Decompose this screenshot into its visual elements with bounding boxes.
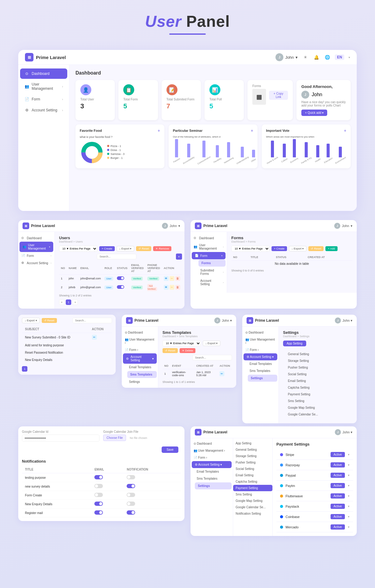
sidebar-item-dashboard[interactable]: ⊙ Dashboard bbox=[20, 68, 67, 79]
sms-email-templates[interactable]: Email Templates bbox=[126, 364, 158, 371]
google-cal-id-input[interactable] bbox=[22, 435, 100, 442]
mercado-active-btn[interactable]: Active bbox=[331, 524, 345, 530]
forms-sidebar-user-mgmt[interactable]: 👥 User Management › bbox=[191, 242, 227, 252]
toggle-off[interactable] bbox=[127, 502, 135, 506]
globe-icon[interactable]: 🌐 bbox=[324, 54, 331, 61]
edit-icon[interactable]: ✏ bbox=[170, 276, 174, 281]
flutterwave-expand-icon[interactable]: ▾ bbox=[348, 494, 349, 498]
app-setting-item[interactable]: App Setting bbox=[233, 440, 272, 446]
users-entries-select[interactable]: 10 ▼ Entries Per Page bbox=[59, 246, 97, 252]
sms-topbar-user[interactable]: J John ▾ bbox=[214, 317, 232, 324]
sms-entries-select[interactable]: 10 ▼ Entries Per Page bbox=[163, 340, 201, 346]
sidebar-item-user-management[interactable]: 👥 User Management › bbox=[20, 79, 67, 93]
push-reset-button[interactable]: ↺ Reset bbox=[42, 318, 57, 323]
save-button[interactable]: Save bbox=[162, 446, 178, 453]
status-toggle[interactable] bbox=[117, 285, 124, 289]
social-setting-item[interactable]: Social Setting bbox=[233, 466, 272, 472]
users-search-input[interactable] bbox=[97, 254, 136, 259]
flutterwave-active-btn[interactable]: Active bbox=[331, 493, 345, 499]
sms-setting-item[interactable]: Sms Setting bbox=[233, 491, 272, 498]
prev-page-btn[interactable]: ‹ bbox=[59, 299, 65, 305]
sidebar-item-form[interactable]: 📄 Form › bbox=[20, 94, 67, 104]
paypal-expand-icon[interactable]: ▾ bbox=[348, 474, 349, 477]
settings-sidebar-account[interactable]: ⚙ Account Setting ▾ bbox=[244, 353, 277, 360]
captcha-setting-item[interactable]: Captcha Setting bbox=[233, 478, 272, 485]
toggle-off[interactable] bbox=[127, 475, 135, 479]
users-remove-button[interactable]: ✕ Remove bbox=[153, 246, 171, 251]
google-map-item[interactable]: Google Map Setting bbox=[233, 498, 272, 504]
forms-create-button[interactable]: + Create bbox=[272, 246, 287, 251]
razorpay-active-btn[interactable]: Active bbox=[331, 462, 345, 467]
forms-entries-select[interactable]: 10 ▼ Entries Per Page bbox=[231, 246, 270, 252]
sms-edit-icon[interactable]: ✏ bbox=[219, 371, 224, 376]
pusher-setting-item[interactable]: Pusher Setting bbox=[233, 459, 272, 466]
settings-sidebar-user-mgmt[interactable]: 👥 User Management › bbox=[242, 336, 279, 346]
forms-sidebar-forms-item[interactable]: Forms bbox=[198, 260, 226, 267]
users-sidebar-dashboard[interactable]: ⊙ Dashboard bbox=[18, 234, 54, 242]
storage-setting-item[interactable]: Storage Setting bbox=[233, 453, 272, 459]
payment-setting[interactable]: Payment Setting bbox=[284, 391, 351, 397]
sms-sidebar-account[interactable]: ⚙ Account Setting ▾ bbox=[123, 353, 157, 364]
general-setting-item[interactable]: General Setting bbox=[233, 446, 272, 453]
page-1-btn[interactable]: 1 bbox=[66, 299, 71, 305]
forms-topbar-user[interactable]: J John ▾ bbox=[334, 223, 352, 229]
settings-email-tpl[interactable]: Email Templates bbox=[247, 360, 279, 367]
payment-sidebar-account[interactable]: ⚙ Account Setting ▾ bbox=[192, 461, 232, 468]
add-vote-chart-icon[interactable]: + bbox=[344, 128, 346, 133]
settings-sms-tpl[interactable]: Sms Templates bbox=[247, 367, 279, 374]
users-sidebar-account[interactable]: ⚙ Account Setting › bbox=[18, 259, 54, 267]
pusher-setting[interactable]: Pusher Setting bbox=[284, 364, 351, 371]
view-icon[interactable]: 👁 bbox=[164, 276, 169, 281]
forms-export-button[interactable]: ↓ Export ▾ bbox=[289, 246, 307, 251]
settings-icon[interactable]: ☀ bbox=[302, 54, 309, 61]
forms-sidebar-account[interactable]: Account Setting› bbox=[197, 277, 227, 288]
coinbase-expand-icon[interactable]: ▾ bbox=[348, 515, 349, 518]
sms-sidebar-form[interactable]: 📄 Form › bbox=[122, 346, 158, 353]
payment-sidebar-user-mgmt[interactable]: 👥 User Management › bbox=[191, 447, 233, 454]
coinbase-active-btn[interactable]: Active bbox=[331, 514, 345, 519]
toggle-off[interactable] bbox=[94, 493, 103, 497]
stripe-expand-icon[interactable]: ▾ bbox=[348, 453, 349, 456]
users-export-button[interactable]: ↓ Export ▾ bbox=[117, 246, 135, 251]
notification-icon[interactable]: 🔔 bbox=[313, 54, 320, 61]
paystack-active-btn[interactable]: Active bbox=[331, 504, 345, 509]
push-page-1[interactable]: 1 bbox=[22, 366, 27, 372]
toggle-on[interactable] bbox=[94, 510, 103, 515]
forms-sidebar-submitted[interactable]: Submitted Forms› bbox=[197, 267, 227, 277]
payment-setting-item[interactable]: Payment Setting bbox=[233, 485, 272, 491]
toggle-on[interactable] bbox=[127, 484, 135, 488]
sms-delete-button[interactable]: ✕ Delete bbox=[180, 348, 196, 353]
payment-settings-item[interactable]: Settings bbox=[195, 482, 232, 489]
razorpay-expand-icon[interactable]: ▾ bbox=[348, 463, 349, 467]
sms-sms-templates[interactable]: Sms Templates bbox=[127, 371, 157, 378]
email-setting[interactable]: Email Setting bbox=[284, 378, 351, 384]
delete-icon[interactable]: 🗑 bbox=[175, 276, 180, 281]
toggle-on[interactable] bbox=[94, 502, 103, 506]
add-seminar-chart-icon[interactable]: + bbox=[251, 128, 253, 133]
sidebar-item-account-setting[interactable]: ⚙ Account Setting › bbox=[20, 105, 67, 115]
sms-sidebar-user-mgmt[interactable]: 👥 User Management › bbox=[122, 336, 158, 346]
toggle-on[interactable] bbox=[94, 475, 103, 479]
lang-badge[interactable]: EN bbox=[335, 54, 344, 60]
stripe-active-btn[interactable]: Active bbox=[331, 452, 345, 457]
toggle-off[interactable] bbox=[94, 484, 103, 488]
toggle-on[interactable] bbox=[127, 510, 135, 515]
next-page-btn[interactable]: › bbox=[72, 299, 78, 305]
push-edit-icon[interactable]: ✏ bbox=[92, 335, 97, 340]
mercado-expand-icon[interactable]: ▾ bbox=[348, 525, 349, 529]
forms-sidebar-dashboard[interactable]: ⊙ Dashboard bbox=[191, 234, 227, 242]
payment-email-tpl[interactable]: Email Templates bbox=[194, 468, 233, 475]
payment-sms-tpl[interactable]: Sms Templates bbox=[194, 475, 233, 482]
topbar-user[interactable]: J John ▾ bbox=[275, 53, 298, 61]
users-sidebar-form[interactable]: 📄 Form › bbox=[18, 252, 54, 259]
google-calendar-setting[interactable]: Google Calendar Se... bbox=[284, 411, 351, 418]
users-topbar-user[interactable]: J John ▾ bbox=[162, 223, 180, 229]
sms-settings[interactable]: Settings bbox=[126, 378, 158, 385]
app-setting-button[interactable]: App Setting bbox=[283, 341, 306, 346]
payment-topbar-user[interactable]: J John ▾ bbox=[335, 429, 352, 435]
paystack-expand-icon[interactable]: ▾ bbox=[348, 505, 349, 508]
captcha-setting[interactable]: Captcha Setting bbox=[284, 384, 351, 391]
copy-link-button[interactable]: + Copy Link bbox=[269, 91, 288, 100]
add-food-chart-icon[interactable]: + bbox=[158, 128, 160, 133]
view-icon[interactable]: 👁 bbox=[164, 285, 169, 290]
